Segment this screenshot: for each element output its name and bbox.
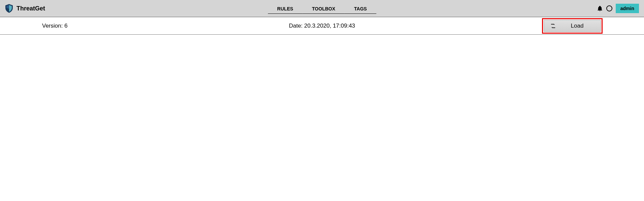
status-circle-icon[interactable]: [606, 5, 612, 11]
load-button[interactable]: Load: [544, 20, 601, 32]
load-button-label: Load: [567, 23, 587, 29]
header-bar: ThreatGet RULES TOOLBOX TAGS admin: [0, 0, 644, 17]
bell-icon[interactable]: [597, 5, 603, 11]
info-bar: Version: 6 Date: 20.3.2020, 17:09:43 Loa…: [0, 17, 644, 35]
shield-logo-icon: [5, 4, 13, 13]
tab-toolbox[interactable]: TOOLBOX: [303, 3, 345, 14]
load-button-highlight: Load: [542, 18, 603, 34]
user-badge[interactable]: admin: [616, 4, 639, 13]
app-title: ThreatGet: [16, 5, 45, 12]
tab-rules[interactable]: RULES: [268, 3, 302, 14]
tab-tags[interactable]: TAGS: [345, 3, 376, 14]
nav-tabs: RULES TOOLBOX TAGS: [268, 3, 376, 14]
version-label: Version: 6: [42, 23, 68, 29]
refresh-icon: [551, 24, 555, 28]
date-label: Date: 20.3.2020, 17:09:43: [289, 23, 355, 29]
header-right: admin: [597, 4, 639, 13]
logo-section: ThreatGet: [5, 4, 45, 13]
